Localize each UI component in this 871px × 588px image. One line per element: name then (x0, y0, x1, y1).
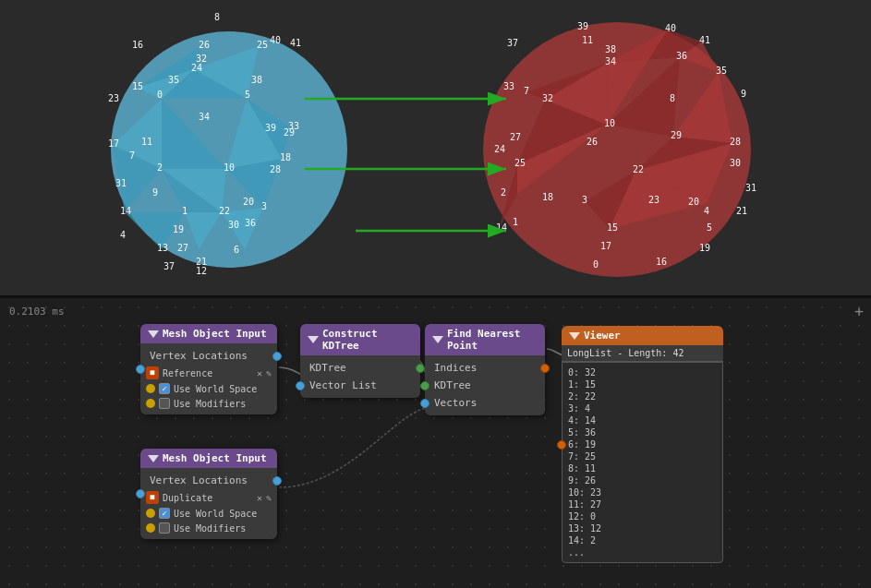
collapse-triangle-1[interactable] (148, 330, 159, 338)
svg-text:15: 15 (132, 81, 143, 91)
list-item: 11: 27 (568, 498, 717, 510)
svg-text:34: 34 (199, 112, 210, 122)
list-item: 9: 26 (568, 474, 717, 486)
kdtree-input-row: KDTree (425, 377, 545, 394)
svg-text:30: 30 (228, 220, 239, 230)
mesh-object-input-node-2: Mesh Object Input Vertex Locations ■ Dup… (140, 449, 277, 539)
collapse-triangle-viewer[interactable] (569, 332, 580, 340)
duplicate-label: Duplicate (163, 493, 253, 503)
svg-text:30: 30 (730, 158, 741, 168)
construct-kdtree-node: Construct KDTree KDTree Vector List (300, 324, 420, 398)
svg-text:15: 15 (607, 222, 618, 233)
svg-text:5: 5 (245, 90, 250, 100)
duplicate-edit-btn[interactable]: ✎ (266, 493, 272, 503)
svg-text:14: 14 (120, 206, 131, 216)
svg-text:25: 25 (257, 40, 268, 50)
indices-socket[interactable] (540, 364, 550, 373)
svg-text:12: 12 (196, 266, 207, 276)
reference-socket[interactable] (136, 365, 145, 374)
use-world-space-checkbox-1[interactable] (159, 383, 170, 394)
use-world-space-label-2: Use World Space (174, 509, 257, 519)
svg-text:35: 35 (716, 66, 727, 76)
viewer-input-socket[interactable] (557, 440, 566, 450)
list-item: 4: 14 (568, 414, 717, 426)
svg-text:21: 21 (736, 206, 747, 216)
duplicate-socket[interactable] (136, 489, 145, 498)
find-nearest-node: Find Nearest Point Indices KDTree Vector… (425, 324, 545, 415)
indices-label: Indices (434, 362, 477, 374)
viewer-list-header: LongList - Length: 42 (562, 345, 723, 362)
timing-display: 0.2103 ms (9, 306, 65, 318)
svg-text:26: 26 (587, 137, 598, 147)
reference-edit-btn[interactable]: ✎ (266, 368, 272, 378)
mesh-object-input-node-1: Mesh Object Input Vertex Locations ■ Ref… (140, 324, 277, 414)
viewer-list-title: LongList - Length: 42 (567, 348, 683, 358)
svg-text:26: 26 (199, 40, 210, 50)
svg-text:32: 32 (542, 93, 553, 103)
svg-text:27: 27 (177, 243, 188, 253)
vertex-locations-socket-2[interactable] (272, 476, 282, 486)
svg-text:11: 11 (141, 137, 152, 147)
collapse-triangle-find[interactable] (432, 336, 443, 343)
svg-text:19: 19 (173, 224, 184, 234)
list-item: 3: 4 (568, 402, 717, 414)
vertex-locations-label-2: Vertex Locations (150, 474, 248, 486)
vertex-locations-socket-1[interactable] (272, 352, 282, 361)
svg-text:38: 38 (251, 75, 262, 85)
use-world-space-checkbox-2[interactable] (159, 508, 170, 519)
vectors-input-socket[interactable] (420, 399, 429, 408)
svg-text:4: 4 (120, 230, 126, 240)
viewer-label: Viewer (584, 330, 621, 342)
duplicate-clear-btn[interactable]: ✕ (257, 493, 262, 503)
kdtree-label: Construct KDTree (322, 328, 413, 352)
kdtree-output-socket[interactable] (416, 364, 425, 373)
svg-text:37: 37 (163, 261, 175, 271)
use-world-space-row-2: Use World Space (140, 506, 277, 521)
viewer-node: Viewer LongList - Length: 42 0: 32 1: 15… (562, 326, 723, 563)
svg-text:28: 28 (270, 164, 281, 174)
reference-clear-btn[interactable]: ✕ (257, 368, 262, 378)
list-item: 5: 36 (568, 426, 717, 438)
svg-text:10: 10 (604, 118, 615, 128)
mesh-input-1-header: Mesh Object Input (140, 324, 277, 343)
use-modifiers-checkbox-1[interactable] (159, 398, 170, 409)
use-modifiers-label-1: Use Modifiers (174, 399, 246, 409)
svg-text:22: 22 (633, 164, 644, 174)
svg-text:18: 18 (542, 192, 553, 202)
svg-text:35: 35 (168, 75, 179, 85)
svg-text:8: 8 (214, 12, 220, 22)
svg-text:36: 36 (245, 218, 256, 228)
find-nearest-body: Indices KDTree Vectors (425, 355, 545, 415)
svg-text:23: 23 (108, 93, 119, 103)
list-item: 10: 23 (568, 486, 717, 498)
use-world-space-dot-2 (146, 509, 155, 518)
use-modifiers-dot-2 (146, 523, 155, 533)
mesh-input-2-header: Mesh Object Input (140, 449, 277, 468)
kdtree-body: KDTree Vector List (300, 355, 420, 398)
svg-text:16: 16 (132, 40, 143, 50)
collapse-triangle-kdtree[interactable] (308, 336, 319, 343)
collapse-triangle-2[interactable] (148, 455, 159, 462)
mesh-input-1-label: Mesh Object Input (163, 328, 267, 340)
vectorlist-input-row: Vector List (300, 377, 420, 394)
svg-text:34: 34 (605, 56, 616, 66)
use-modifiers-checkbox-2[interactable] (159, 522, 170, 534)
viewer-header: Viewer (562, 326, 723, 345)
svg-text:31: 31 (115, 178, 127, 188)
use-modifiers-row-2: Use Modifiers (140, 521, 277, 535)
use-world-space-dot-1 (146, 384, 155, 393)
svg-text:39: 39 (265, 123, 276, 133)
svg-text:3: 3 (582, 195, 587, 205)
use-modifiers-label-2: Use Modifiers (174, 523, 246, 534)
kdtree-input-socket[interactable] (420, 381, 429, 390)
svg-text:4: 4 (704, 206, 709, 216)
vectorlist-socket[interactable] (296, 381, 305, 390)
svg-text:31: 31 (745, 183, 756, 193)
svg-text:18: 18 (280, 152, 291, 162)
svg-text:25: 25 (514, 158, 526, 168)
svg-text:40: 40 (270, 35, 281, 45)
use-modifiers-row-1: Use Modifiers (140, 396, 277, 411)
svg-text:7: 7 (129, 150, 135, 161)
svg-text:22: 22 (219, 206, 230, 216)
add-node-button[interactable]: + (854, 303, 864, 320)
